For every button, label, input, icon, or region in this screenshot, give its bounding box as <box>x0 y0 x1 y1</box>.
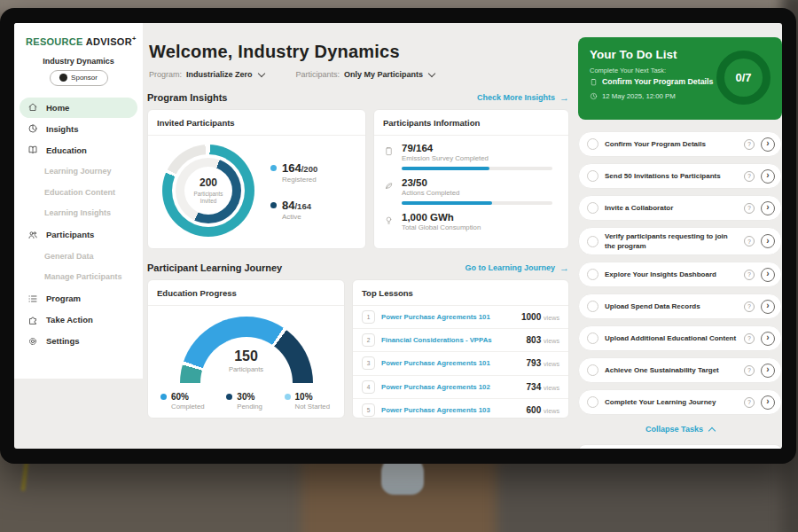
collapse-label: Collapse Tasks <box>645 425 703 434</box>
participants-value: Only My Participants <box>344 70 423 79</box>
views-label: views <box>544 360 559 368</box>
rank-badge: 3 <box>362 356 375 370</box>
task-confirm-program[interactable]: Confirm Your Program Details <box>578 131 782 157</box>
legend-active: 84/164 Active <box>270 199 317 221</box>
learning-journey-header: Participant Learning Journey Go to Learn… <box>147 262 569 273</box>
task-complete-learning-journey[interactable]: Complete Your Learning Journey <box>578 389 782 415</box>
chevron-right-icon[interactable] <box>761 234 775 248</box>
participants-select[interactable]: Participants: Only My Participants <box>296 70 435 79</box>
task-verify-participants[interactable]: Verify participants requesting to join t… <box>578 227 782 255</box>
checkbox-icon[interactable] <box>587 396 598 408</box>
info-value: 1,000 GWh <box>402 212 481 223</box>
task-label: Verify participants requesting to join t… <box>605 231 738 251</box>
chevron-right-icon[interactable] <box>761 201 775 215</box>
lesson-link[interactable]: Power Purchase Agreements 103 <box>381 406 490 414</box>
invited-donut-chart: 200 Participants Invited <box>162 145 254 237</box>
lesson-link[interactable]: Power Purchase Agreements 102 <box>381 383 490 391</box>
checkbox-icon[interactable] <box>587 269 598 280</box>
gauge-center-label: Participants <box>180 365 313 373</box>
legend-value: 164 <box>282 161 301 175</box>
nav-label: Learning Insights <box>44 208 111 217</box>
legend-dot <box>270 202 277 208</box>
task-list: Confirm Your Program Details Send 50 Inv… <box>578 131 782 415</box>
check-more-insights-link[interactable]: Check More Insights <box>477 92 569 103</box>
sidebar-item-settings[interactable]: Settings <box>20 331 137 351</box>
card-title: Education Progress <box>148 280 344 306</box>
donut-center-value: 200 <box>200 176 217 189</box>
info-row-survey: 79/164 Emission Survey Completed <box>374 136 568 170</box>
lesson-row[interactable]: 1 Power Purchase Agreements 101 1000 vie… <box>353 306 568 329</box>
help-icon <box>744 171 755 182</box>
sidebar-item-home[interactable]: Home <box>20 98 137 118</box>
checkbox-icon[interactable] <box>587 364 598 376</box>
checkbox-icon[interactable] <box>587 138 598 150</box>
chevron-right-icon[interactable] <box>761 300 775 314</box>
sidebar-item-general-data[interactable]: General Data <box>14 246 143 267</box>
task-invite-collaborator[interactable]: Invite a Collaborator <box>578 195 782 221</box>
bulb-icon <box>384 212 394 231</box>
sidebar-nav: Home Insights Education Learning Journey… <box>14 98 143 352</box>
legend-label: Completed <box>171 403 205 411</box>
task-explore-insights[interactable]: Explore Your Insights Dashboard <box>578 262 782 287</box>
sidebar-item-education-content[interactable]: Education Content <box>14 182 143 203</box>
sidebar-item-learning-journey[interactable]: Learning Journey <box>14 161 143 183</box>
chevron-right-icon[interactable] <box>761 332 775 346</box>
lesson-link[interactable]: Power Purchase Agreements 101 <box>381 313 490 321</box>
participants-information-card: Participants Information 79/164 Emission… <box>373 109 569 249</box>
lesson-row[interactable]: 2 Financial Considerations - VPPAs 803 v… <box>353 329 568 352</box>
legend-label: Registered <box>282 176 317 184</box>
task-upload-educational-content[interactable]: Upload Additional Educational Content <box>578 325 782 351</box>
sidebar-item-education[interactable]: Education <box>20 140 137 160</box>
chevron-right-icon[interactable] <box>761 137 775 152</box>
wall-left <box>0 454 310 532</box>
program-value: Industrialize Zero <box>186 70 253 79</box>
checkbox-icon[interactable] <box>587 332 598 344</box>
nav-label: Insights <box>46 124 78 134</box>
task-achieve-target[interactable]: Achieve One Sustainability Target <box>578 357 782 383</box>
gear-icon <box>27 336 38 347</box>
insights-icon <box>27 123 38 134</box>
account-name: Industry Dynamics <box>14 57 143 66</box>
progress-count: 0/7 <box>735 71 751 84</box>
education-gauge-chart: 150 Participants <box>180 317 313 384</box>
sidebar-item-learning-insights[interactable]: Learning Insights <box>14 203 143 224</box>
card-title: Invited Participants <box>148 110 365 136</box>
chevron-right-icon[interactable] <box>761 268 775 282</box>
program-label: Program: <box>149 70 182 79</box>
sponsor-badge: Sponsor <box>50 70 108 86</box>
sidebar-item-insights[interactable]: Insights <box>20 119 137 139</box>
checkbox-icon[interactable] <box>587 202 598 214</box>
lesson-link[interactable]: Power Purchase Agreements 101 <box>381 359 490 367</box>
task-upload-spend-data[interactable]: Upload Spend Data Records <box>578 293 782 319</box>
checkbox-icon[interactable] <box>587 236 598 247</box>
gauge-legend: 60% Completed 30% Pending 10% Not Starte… <box>148 384 344 411</box>
lesson-link[interactable]: Financial Considerations - VPPAs <box>381 336 492 344</box>
checkbox-icon[interactable] <box>587 170 598 182</box>
collapse-tasks-link[interactable]: Collapse Tasks <box>578 425 782 434</box>
sidebar-item-participants[interactable]: Participants <box>20 224 137 245</box>
chevron-right-icon[interactable] <box>761 364 775 378</box>
task-label: Invite a Collaborator <box>605 203 738 213</box>
todo-subtitle: Complete Your Next Task: <box>590 66 666 74</box>
go-to-learning-journey-link[interactable]: Go to Learning Journey <box>465 262 569 273</box>
nav-label: Settings <box>46 336 79 346</box>
program-select[interactable]: Program: Industrialize Zero <box>149 70 264 79</box>
lesson-row[interactable]: 4 Power Purchase Agreements 102 734 view… <box>353 376 568 399</box>
sidebar-item-manage-participants[interactable]: Manage Participants <box>14 267 143 288</box>
lesson-row[interactable]: 3 Power Purchase Agreements 101 793 view… <box>353 352 568 375</box>
task-send-invitations[interactable]: Send 50 Invitations to Participants <box>578 163 782 189</box>
chevron-right-icon[interactable] <box>761 395 775 410</box>
lesson-row[interactable]: 5 Power Purchase Agreements 103 600 view… <box>353 399 568 421</box>
checkbox-icon[interactable] <box>587 301 598 312</box>
logo-primary: RESOURCE <box>26 36 83 47</box>
sidebar-item-program[interactable]: Program <box>20 288 137 309</box>
legend-dot <box>270 165 277 171</box>
legend-value: 30% <box>237 392 254 402</box>
sidebar-item-take-action[interactable]: Take Action <box>20 309 137 330</box>
chevron-right-icon[interactable] <box>761 169 775 184</box>
rank-badge: 4 <box>362 380 375 394</box>
puzzle-icon <box>27 315 38 325</box>
sidebar: RESOURCE ADVISOR+ Industry Dynamics Spon… <box>14 23 143 379</box>
help-icon <box>744 270 755 280</box>
logo-plus: + <box>132 35 137 43</box>
